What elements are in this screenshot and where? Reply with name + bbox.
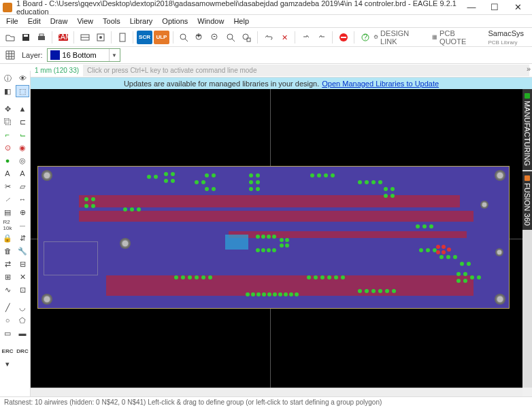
open-icon[interactable]: [3, 30, 17, 45]
rotate-tool-icon[interactable]: ⊏: [16, 116, 29, 128]
replace-tool-icon[interactable]: ⇄: [1, 258, 14, 270]
mirror-tool-icon[interactable]: ▲: [16, 103, 29, 115]
zoom-select-icon[interactable]: [239, 30, 254, 45]
tool-palette: ⓘ ◧ ✥ ⿻ ⌐ ⊙ ● A ✂ ⟋ ▤ R210k 🔒 🗑 ⇄ ⊞ ∿ ╱ …: [0, 71, 31, 396]
minimize-button[interactable]: —: [460, 0, 483, 15]
zoom-redraw-icon[interactable]: [224, 30, 238, 45]
pinswap-tool-icon[interactable]: ⇵: [16, 232, 29, 244]
stop-icon[interactable]: [336, 30, 350, 45]
group-tool-icon[interactable]: ⬚: [16, 85, 29, 97]
redo-cancel-icon[interactable]: ✕: [277, 30, 291, 45]
zoom-in-icon[interactable]: +: [193, 30, 207, 45]
zoom-fit-icon[interactable]: [177, 30, 191, 45]
horizontal-scrollbar[interactable]: [31, 388, 522, 396]
ratsnest-tool-icon[interactable]: ✕: [16, 271, 29, 283]
board-canvas[interactable]: [31, 89, 522, 388]
copy-tool-icon[interactable]: ⿻: [1, 116, 14, 128]
maximize-button[interactable]: ☐: [483, 0, 506, 15]
rect-tool-icon[interactable]: ▭: [1, 327, 14, 339]
layer-select[interactable]: 16 Bottom ▼: [47, 48, 120, 62]
manufacturing-tab[interactable]: MANUFACTURING: [522, 89, 532, 170]
info-tool-icon[interactable]: ⓘ: [1, 72, 14, 84]
menu-help[interactable]: Help: [229, 16, 254, 27]
signal-tool-icon[interactable]: ◉: [16, 141, 29, 154]
add-tool-icon[interactable]: ⊕: [16, 206, 29, 218]
chevron-down-icon[interactable]: ▼: [109, 49, 120, 61]
board-icon[interactable]: [78, 30, 92, 45]
show-tool-icon[interactable]: 👁: [16, 72, 29, 84]
lock-tool-icon[interactable]: 🔒: [1, 232, 14, 244]
move-tool-icon[interactable]: ✥: [1, 103, 14, 115]
menu-edit[interactable]: Edit: [23, 16, 46, 27]
update-banner: Updates are available for managed librar…: [31, 78, 532, 89]
layers-tool-icon[interactable]: ◧: [1, 85, 14, 97]
fill-tool-icon[interactable]: ▬: [16, 327, 29, 339]
pcb-quote[interactable]: ▦ PCB QUOTE: [432, 29, 480, 46]
via-tool-icon[interactable]: ●: [1, 154, 14, 167]
menu-view[interactable]: View: [72, 16, 98, 27]
smash-tool-icon[interactable]: ⊟: [16, 258, 29, 270]
close-button[interactable]: ✕: [506, 0, 529, 15]
samacsys-brand[interactable]: SamacSysPCB Library: [488, 29, 524, 46]
hole-tool-icon[interactable]: ◎: [16, 154, 29, 167]
route-tool-icon[interactable]: ⌐: [1, 129, 14, 141]
circle-tool-icon[interactable]: ○: [1, 314, 14, 326]
right-panel-tabs: MANUFACTURING FUSION 360: [522, 89, 532, 388]
delete-tool-icon[interactable]: 🗑: [1, 245, 14, 257]
layer-bar: Layer: 16 Bottom ▼: [0, 47, 532, 64]
name-tool-icon[interactable]: —: [16, 219, 29, 231]
text-tool-icon[interactable]: A: [1, 167, 14, 180]
autoroute-tool-icon[interactable]: ⊡: [16, 284, 29, 296]
value-tool-icon[interactable]: R210k: [1, 219, 14, 231]
print-icon[interactable]: [34, 30, 48, 45]
mounting-hole: [480, 201, 488, 209]
go-icon[interactable]: ?: [358, 30, 372, 45]
menu-options[interactable]: Options: [157, 16, 193, 27]
command-line[interactable]: Click or press Ctrl+L key to activate co…: [83, 65, 529, 76]
dimension-tool-icon[interactable]: ↔: [16, 193, 29, 205]
down-icon[interactable]: ▾: [1, 358, 14, 370]
redo2-icon[interactable]: [314, 30, 329, 45]
ripup-tool-icon[interactable]: ⊙: [1, 141, 14, 154]
polygon-tool-icon[interactable]: ▱: [16, 180, 29, 192]
fusion360-tab[interactable]: FUSION 360: [522, 171, 532, 230]
change-tool-icon[interactable]: 🔧: [16, 245, 29, 257]
svg-point-11: [180, 34, 186, 39]
grid-icon[interactable]: [3, 48, 18, 63]
undo2-icon[interactable]: [299, 30, 313, 45]
scr-button[interactable]: SCR: [137, 31, 152, 44]
attribute-tool-icon[interactable]: A: [16, 167, 29, 180]
split-tool-icon[interactable]: ✂: [1, 180, 14, 192]
svg-rect-2: [38, 36, 45, 40]
menu-tools[interactable]: Tools: [98, 16, 125, 27]
meander-tool-icon[interactable]: ∿: [1, 284, 14, 296]
arc-tool-icon[interactable]: ◡: [16, 301, 29, 313]
menu-draw[interactable]: Draw: [46, 16, 73, 27]
save-icon[interactable]: [18, 30, 33, 45]
undo-icon[interactable]: [261, 30, 276, 45]
menubar: File Edit Draw View Tools Library Option…: [0, 15, 532, 28]
drc-button[interactable]: DRC: [16, 345, 29, 357]
ulp-button[interactable]: ULP: [154, 31, 169, 44]
menu-window[interactable]: Window: [193, 16, 229, 27]
route2-tool-icon[interactable]: ⌙: [16, 129, 29, 141]
window-title: 1 Board - C:\Users\gqevx\Desktop\dextopi…: [16, 0, 460, 16]
schematic-icon[interactable]: [93, 30, 107, 45]
svg-rect-3: [39, 34, 44, 36]
cam-icon[interactable]: CAM: [56, 30, 70, 45]
erc-button[interactable]: ERC: [1, 345, 14, 357]
miter-tool-icon[interactable]: ⟋: [1, 193, 14, 205]
banner-link[interactable]: Open Managed Libraries to Update: [322, 80, 439, 88]
main-toolbar: CAM SCR ULP + - ✕ ? ⚙ DESIGN LINK ▦ PCB …: [0, 28, 532, 47]
zoom-out-icon[interactable]: -: [208, 30, 222, 45]
optimize-tool-icon[interactable]: ⊞: [1, 271, 14, 283]
sheet-icon[interactable]: [115, 30, 129, 45]
menu-file[interactable]: File: [1, 16, 23, 27]
expand-icon[interactable]: »: [527, 65, 531, 73]
line-tool-icon[interactable]: ╱: [1, 301, 14, 313]
menu-library[interactable]: Library: [125, 16, 158, 27]
design-link[interactable]: ⚙ DESIGN LINK: [373, 29, 424, 46]
poly2-tool-icon[interactable]: ⬠: [16, 314, 29, 326]
paste-tool-icon[interactable]: ▤: [1, 206, 14, 218]
svg-point-17: [227, 34, 233, 39]
